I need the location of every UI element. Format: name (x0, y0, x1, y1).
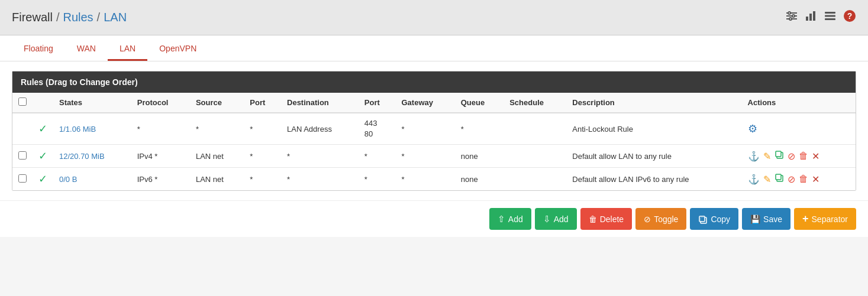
row-states[interactable]: 0/0 B (53, 168, 131, 191)
ban-icon[interactable]: ⊘ (788, 151, 795, 162)
svg-rect-7 (809, 14, 812, 21)
row-checkbox[interactable] (18, 174, 27, 183)
row-protocol: IPv6 * (131, 168, 190, 191)
enabled-check-icon: ✓ (38, 123, 47, 135)
svg-rect-17 (776, 174, 781, 180)
svg-rect-6 (806, 17, 808, 21)
breadcrumb-firewall: Firewall (12, 11, 53, 24)
row-states[interactable]: 12/20.70 MiB (53, 145, 131, 168)
col-states: States (53, 93, 131, 113)
edit-icon[interactable]: ✎ (763, 174, 771, 185)
breadcrumb-rules-link[interactable]: Rules (63, 11, 93, 24)
save-label: Save (763, 214, 782, 224)
save-button[interactable]: 💾 Save (742, 208, 790, 230)
svg-rect-11 (825, 18, 835, 20)
select-all-checkbox[interactable] (18, 97, 27, 106)
breadcrumb-lan: LAN (104, 11, 127, 24)
anchor-icon[interactable]: ⚓ (748, 174, 760, 185)
col-enabled (33, 93, 53, 113)
row-gateway: * (396, 145, 455, 168)
help-icon[interactable]: ? (843, 9, 856, 25)
col-queue: Queue (455, 93, 504, 113)
row-source: LAN net (190, 145, 244, 168)
row-gateway: * (396, 168, 455, 191)
copy-button[interactable]: Copy (690, 208, 738, 230)
tab-lan[interactable]: LAN (108, 35, 147, 61)
table-row: ✓ 0/0 B IPv6 * LAN net * * * * none Defa… (12, 168, 856, 191)
row-queue: none (455, 168, 504, 191)
col-protocol: Protocol (131, 93, 190, 113)
add-up-button[interactable]: ⇧ Add (489, 208, 531, 230)
add-down-label: Add (554, 214, 569, 224)
svg-rect-9 (825, 12, 835, 14)
toggle-button[interactable]: ⊘ Toggle (635, 208, 686, 230)
gear-icon[interactable]: ⚙ (748, 122, 757, 135)
row-dest-port: * (359, 145, 396, 168)
breadcrumb-sep2: / (97, 11, 101, 24)
svg-rect-19 (699, 216, 705, 222)
tabs-bar: Floating WAN LAN OpenVPN (0, 35, 868, 61)
separator-label: Separator (812, 214, 848, 224)
row-source: LAN net (190, 168, 244, 191)
add-up-icon: ⇧ (498, 214, 505, 225)
row-source-port: * (244, 168, 281, 191)
content-area: Rules (Drag to Change Order) States Prot… (0, 61, 868, 200)
trash-icon[interactable]: 🗑 (799, 174, 808, 184)
row-description: Default allow LAN to any rule (566, 145, 741, 168)
states-link[interactable]: 1/1.06 MiB (59, 125, 96, 134)
row-checkbox-cell (12, 168, 33, 191)
copy-icon[interactable] (775, 150, 784, 162)
filter-icon[interactable] (785, 11, 798, 24)
row-schedule (504, 113, 566, 145)
add-down-button[interactable]: ⇩ Add (535, 208, 577, 230)
col-schedule: Schedule (504, 93, 566, 113)
svg-rect-15 (776, 151, 781, 157)
row-enabled-cell: ✓ (33, 145, 53, 168)
edit-icon[interactable]: ✎ (763, 151, 771, 162)
toggle-label: Toggle (654, 214, 678, 224)
ban-icon[interactable]: ⊘ (788, 174, 795, 185)
row-checkbox[interactable] (18, 151, 27, 160)
row-checkbox-cell (12, 113, 33, 145)
svg-point-4 (792, 15, 795, 17)
close-icon[interactable]: ✕ (812, 174, 819, 185)
svg-point-3 (788, 12, 790, 14)
table-row: ✓ 1/1.06 MiB * * * LAN Address 44380 * *… (12, 113, 856, 145)
col-description: Description (566, 93, 741, 113)
copy-icon[interactable] (775, 173, 784, 185)
anchor-icon[interactable]: ⚓ (748, 151, 760, 162)
row-schedule (504, 145, 566, 168)
add-down-icon: ⇩ (543, 214, 551, 225)
row-destination: * (281, 168, 359, 191)
close-icon[interactable]: ✕ (812, 151, 819, 162)
row-actions: ⚓ ✎ ⊘ 🗑 ✕ (742, 168, 856, 191)
delete-button[interactable]: 🗑 Delete (580, 208, 632, 230)
chart-icon[interactable] (805, 11, 817, 24)
separator-icon: + (802, 213, 809, 225)
row-schedule (504, 168, 566, 191)
delete-icon: 🗑 (589, 214, 597, 224)
states-link[interactable]: 12/20.70 MiB (59, 152, 105, 161)
row-description: Anti-Lockout Rule (566, 113, 741, 145)
table-title: Rules (Drag to Change Order) (12, 71, 856, 93)
row-states[interactable]: 1/1.06 MiB (53, 113, 131, 145)
tab-floating[interactable]: Floating (12, 35, 65, 61)
row-destination: LAN Address (281, 113, 359, 145)
header-bar: Firewall / Rules / LAN (0, 0, 868, 35)
list-icon[interactable] (824, 11, 836, 24)
row-destination: * (281, 145, 359, 168)
svg-text:?: ? (847, 11, 853, 21)
row-protocol: IPv4 * (131, 145, 190, 168)
delete-label: Delete (600, 214, 624, 224)
row-dest-port: 44380 (359, 113, 396, 145)
tab-wan[interactable]: WAN (65, 35, 108, 61)
row-actions: ⚙ (742, 113, 856, 145)
row-checkbox-cell (12, 145, 33, 168)
row-protocol: * (131, 113, 190, 145)
row-source: * (190, 113, 244, 145)
col-dest-port: Port (359, 93, 396, 113)
tab-openvpn[interactable]: OpenVPN (147, 35, 208, 61)
separator-button[interactable]: + Separator (794, 208, 856, 230)
trash-icon[interactable]: 🗑 (799, 151, 808, 161)
states-link[interactable]: 0/0 B (59, 175, 77, 184)
